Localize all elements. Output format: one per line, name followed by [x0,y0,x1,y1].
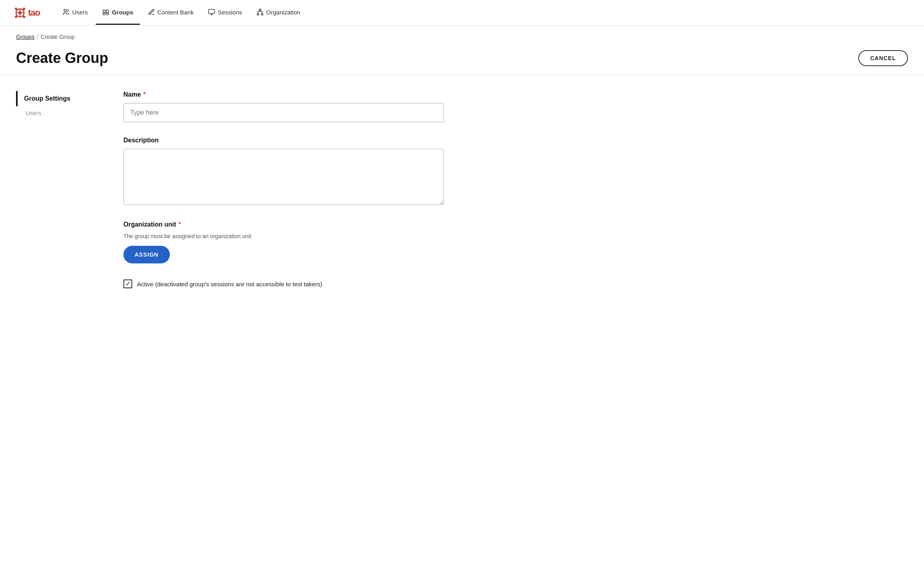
active-checkbox-row: ✓ Active (deactivated group's sessions a… [123,279,444,288]
svg-point-5 [23,16,25,18]
org-unit-required-star: * [179,221,181,228]
svg-rect-13 [103,13,109,15]
svg-point-1 [18,11,22,14]
svg-rect-12 [107,10,109,13]
nav-item-groups[interactable]: Groups [96,0,139,25]
page-header: Create Group CANCEL [0,43,924,75]
org-unit-label: Organization unit * [123,221,444,228]
org-unit-hint: The group must be assigned to an organiz… [123,233,444,239]
main-content: Group Settings Users Name * Description … [0,75,924,304]
nav-label-users: Users [72,9,88,16]
groups-icon [102,8,109,16]
logo-text: tao [28,8,40,18]
organization-icon [256,8,264,16]
nav-label-content-bank: Content Bank [157,9,194,16]
svg-point-2 [15,8,17,10]
org-unit-form-group: Organization unit * The group must be as… [123,221,444,263]
svg-rect-14 [209,9,215,14]
svg-point-10 [64,9,67,12]
nav-item-users[interactable]: Users [56,0,94,25]
cancel-button[interactable]: CANCEL [858,50,908,66]
nav-bar: tao Users Groups Content Bank Sessions [0,0,924,26]
page-title: Create Group [16,50,108,67]
active-label: Active (deactivated group's sessions are… [137,281,322,287]
svg-rect-17 [261,14,263,15]
svg-rect-16 [257,14,259,15]
nav-label-organization: Organization [266,9,300,16]
content-bank-icon [148,8,155,16]
description-label: Description [123,137,444,144]
breadcrumb-separator: / [37,34,38,40]
breadcrumb-parent[interactable]: Groups [16,34,34,40]
sidebar-item-users[interactable]: Users [16,106,104,119]
sidebar-item-label-group-settings: Group Settings [24,95,71,102]
nav-label-sessions: Sessions [218,9,242,16]
nav-item-sessions[interactable]: Sessions [202,0,248,25]
sessions-icon [208,8,215,16]
svg-rect-15 [259,9,261,10]
name-form-group: Name * [123,91,444,122]
name-input[interactable] [123,103,444,122]
svg-rect-11 [103,10,105,13]
sidebar-item-group-settings[interactable]: Group Settings [16,91,104,106]
description-textarea[interactable] [123,149,444,205]
form-area: Name * Description Organization unit * T… [123,91,444,288]
breadcrumb: Groups / Create Group [0,26,924,43]
svg-point-3 [23,8,25,10]
breadcrumb-current: Create Group [41,34,75,40]
name-required-star: * [143,91,146,98]
users-icon [63,8,70,16]
nav-items: Users Groups Content Bank Sessions Organ… [56,0,911,25]
nav-item-content-bank[interactable]: Content Bank [141,0,200,25]
sidebar-item-label-users: Users [26,109,41,116]
sidebar: Group Settings Users [16,91,104,288]
nav-item-organization[interactable]: Organization [250,0,307,25]
nav-label-groups: Groups [112,9,133,16]
checkmark-icon: ✓ [125,281,131,287]
assign-button[interactable]: ASSIGN [123,246,170,263]
logo: tao [13,6,40,20]
name-label: Name * [123,91,444,98]
logo-icon [13,6,27,20]
description-form-group: Description [123,137,444,206]
svg-point-4 [15,16,17,18]
active-checkbox[interactable]: ✓ [123,279,132,288]
